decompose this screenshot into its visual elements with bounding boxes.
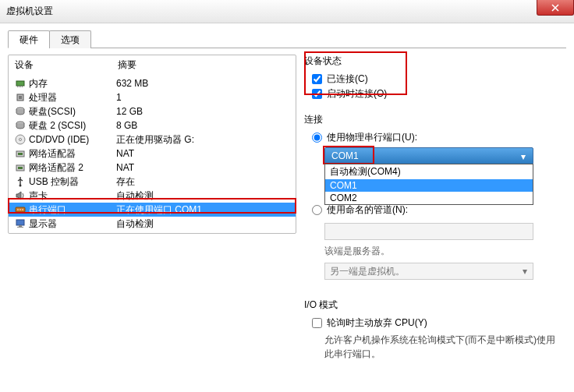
vm-settings-window: 虚拟机设置 硬件 选项 设备 摘要 内存632 MB处理器1硬盘(SCSI)12… [0,0,574,392]
left-pane: 设备 摘要 内存632 MB处理器1硬盘(SCSI)12 GB硬盘 2 (SCS… [8,55,296,392]
cpu-icon [13,91,27,104]
svg-point-10 [19,139,22,141]
device-name: CD/DVD (IDE) [27,134,116,145]
svg-rect-20 [16,220,24,225]
device-row[interactable]: 串行端口正在使用端口 COM1 [9,203,296,217]
combo-opt-auto[interactable]: 自动检测(COM4) [325,164,533,179]
svg-rect-6 [19,96,22,99]
device-name: 网络适配器 [27,147,116,161]
io-desc: 允许客户机操作系统在轮询模式下(而不是中断模式)使用此串行端口。 [324,333,563,361]
svg-point-15 [19,185,22,187]
group-connection: 连接 使用物理串行端口(U): COM1 ▾ 自动检测(COM4) COM1 C… [304,113,563,280]
label-device-status: 设备状态 [304,55,563,68]
cd-icon [13,133,27,146]
svg-rect-4 [22,86,23,87]
rad-physical-label: 使用物理串行端口(U): [327,131,417,144]
col-device: 设备 [15,58,118,72]
chevron-down-icon: ▾ [517,150,530,162]
device-name: 硬盘 2 (SCSI) [27,119,116,132]
chevron-down-icon: ▾ [519,266,531,277]
tabs: 硬件 选项 [8,30,566,48]
combo-port[interactable]: COM1 ▾ 自动检测(COM4) COM1 COM2 [324,147,563,164]
close-button[interactable] [537,0,574,16]
svg-point-19 [22,209,23,210]
device-name: 声卡 [27,189,116,203]
usb-icon [13,175,27,188]
tab-options[interactable]: 选项 [49,30,91,48]
combo-port-value: COM1 [331,150,359,161]
chk-connect-on-power-label: 启动时连接(O) [327,87,387,101]
rad-named-pipe-label: 使用命名的管道(N): [327,203,408,217]
chk-yield-cpu-label: 轮询时主动放弃 CPU(Y) [327,316,427,330]
device-summary: 12 GB [116,106,291,117]
device-name: 网络适配器 2 [27,161,116,175]
device-summary: 自动检测 [116,189,291,203]
device-list: 设备 摘要 内存632 MB处理器1硬盘(SCSI)12 GB硬盘 2 (SCS… [8,55,296,234]
device-row[interactable]: 硬盘(SCSI)12 GB [9,104,296,118]
device-row[interactable]: 网络适配器NAT [9,147,296,161]
device-name: USB 控制器 [27,175,116,189]
device-row[interactable]: CD/DVD (IDE)正在使用驱动器 G: [9,132,296,147]
device-row[interactable]: 声卡自动检测 [9,189,296,203]
memory-icon [13,77,27,90]
device-summary: NAT [116,148,291,159]
titlebar: 虚拟机设置 [0,0,574,23]
device-summary: 632 MB [116,78,291,89]
chk-connect-on-power[interactable] [312,89,322,99]
tab-hardware[interactable]: 硬件 [8,30,50,48]
sound-icon [13,189,27,202]
device-row[interactable]: 网络适配器 2NAT [9,161,296,175]
svg-rect-21 [19,225,22,227]
device-name: 硬盘(SCSI) [27,105,116,118]
device-name: 显示器 [27,217,116,231]
device-row[interactable]: 显示器自动检测 [9,217,296,231]
input-pipe-name [324,223,533,240]
label-connection: 连接 [304,113,563,126]
device-summary: 正在使用端口 COM1 [116,203,291,217]
svg-rect-22 [17,227,23,228]
device-summary: 存在 [116,175,291,189]
device-row[interactable]: USB 控制器存在 [9,175,296,189]
device-row[interactable]: 硬盘 2 (SCSI)8 GB [9,118,296,132]
select-other-end-value: 另一端是虚拟机。 [330,265,405,278]
device-row[interactable]: 内存632 MB [9,76,296,90]
svg-rect-2 [19,86,19,87]
device-summary: 1 [116,92,291,103]
device-name: 处理器 [27,91,116,104]
chk-connected[interactable] [312,74,322,84]
svg-point-17 [17,209,19,210]
device-summary: 8 GB [116,120,291,131]
device-summary: 自动检测 [116,217,291,231]
serial-icon [13,203,27,216]
svg-rect-12 [18,153,23,155]
content: 硬件 选项 设备 摘要 内存632 MB处理器1硬盘(SCSI)12 GB硬盘 … [0,23,574,392]
label-io-mode: I/O 模式 [304,298,563,312]
hint-server: 该端是服务器。 [324,245,563,258]
combo-opt-com1[interactable]: COM1 [325,179,533,192]
rad-physical[interactable] [312,132,322,143]
group-io-mode: I/O 模式 轮询时主动放弃 CPU(Y) 允许客户机操作系统在轮询模式下(而不… [304,298,563,361]
rad-named-pipe[interactable] [312,205,322,215]
group-device-status: 设备状态 已连接(C) 启动时连接(O) [304,55,563,102]
combo-opt-com2[interactable]: COM2 [325,192,533,204]
right-pane: 设备状态 已连接(C) 启动时连接(O) 连接 使用物理串行端口(U): COM… [304,55,566,392]
nic-icon [13,147,27,160]
combo-port-dropdown: 自动检测(COM4) COM1 COM2 [324,164,533,205]
svg-rect-0 [16,81,24,86]
window-title: 虚拟机设置 [6,5,53,18]
select-other-end: 另一端是虚拟机。 ▾ [324,263,533,280]
svg-rect-3 [20,86,21,87]
device-summary: 正在使用驱动器 G: [116,133,291,147]
device-row[interactable]: 处理器1 [9,90,296,104]
device-summary: NAT [116,162,291,173]
nic-icon [13,161,27,174]
svg-rect-14 [18,167,23,169]
disk-icon [13,119,27,132]
svg-rect-1 [17,86,18,87]
device-list-header: 设备 摘要 [9,55,296,76]
chk-connected-label: 已连接(C) [327,72,368,86]
svg-point-18 [19,209,21,210]
chk-yield-cpu[interactable] [312,318,322,328]
combo-port-button[interactable]: COM1 ▾ [324,147,533,164]
device-name: 内存 [27,77,116,90]
